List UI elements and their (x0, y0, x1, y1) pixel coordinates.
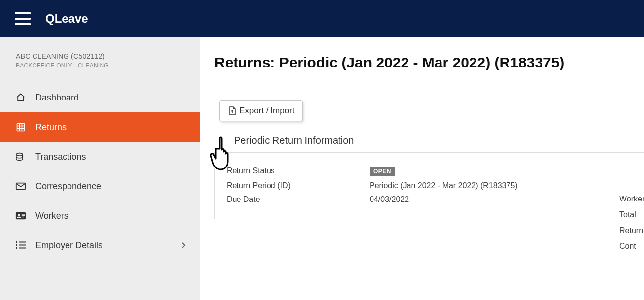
svg-rect-13 (22, 217, 24, 217)
right-label: Return (619, 226, 644, 235)
sidebar-item-label: Transactions (35, 152, 86, 162)
right-column-labels: Workers Total Return Cont (619, 195, 644, 258)
section-header: Periodic Return Information (214, 135, 644, 153)
topbar: QLeave (0, 0, 644, 37)
sidebar-item-label: Returns (35, 122, 67, 133)
id-card-icon (14, 210, 28, 222)
list-icon (14, 239, 28, 251)
return-status-value: OPEN (370, 167, 632, 176)
svg-text:$: $ (22, 154, 24, 158)
sidebar: ABC CLEANING (C502112) BACKOFFICE ONLY -… (0, 37, 200, 300)
sidebar-item-label: Correspondence (35, 181, 101, 192)
grid-icon (14, 121, 28, 133)
main-content: Returns: Periodic (Jan 2022 - Mar 2022) … (200, 37, 644, 300)
svg-rect-14 (16, 241, 17, 243)
brand-title: QLeave (45, 12, 88, 26)
org-block: ABC CLEANING (C502112) BACKOFFICE ONLY -… (0, 52, 200, 83)
org-name: ABC CLEANING (C502112) (16, 52, 184, 60)
sidebar-item-label: Employer Details (35, 240, 102, 251)
svg-rect-15 (19, 242, 26, 243)
return-period-value: Periodic (Jan 2022 - Mar 2022) (R183375) (370, 181, 632, 190)
sidebar-item-dashboard[interactable]: Dashboard (0, 83, 200, 112)
sidebar-item-correspondence[interactable]: Correspondence (0, 171, 200, 201)
svg-rect-10 (17, 217, 21, 218)
sidebar-nav: Dashboard Returns $ Transactions Corresp… (0, 83, 200, 260)
svg-point-5 (16, 153, 23, 156)
menu-icon[interactable] (15, 12, 31, 25)
right-label: Total (619, 210, 644, 219)
sidebar-item-label: Dashboard (35, 93, 79, 103)
section-title: Periodic Return Information (214, 135, 644, 146)
sidebar-item-transactions[interactable]: $ Transactions (0, 142, 200, 171)
due-date-label: Due Date (227, 195, 370, 204)
sidebar-item-workers[interactable]: Workers (0, 201, 200, 231)
svg-rect-19 (19, 248, 26, 249)
right-label: Workers (619, 195, 644, 203)
return-info-card: Return Status OPEN Return Period (ID) Pe… (214, 153, 644, 219)
svg-rect-18 (16, 247, 17, 249)
sidebar-item-employer-details[interactable]: Employer Details (0, 231, 200, 260)
page-title: Returns: Periodic (Jan 2022 - Mar 2022) … (214, 54, 644, 71)
org-subtitle: BACKOFFICE ONLY - CLEANING (16, 62, 184, 69)
svg-rect-16 (16, 244, 17, 246)
chevron-right-icon (181, 242, 186, 249)
status-badge: OPEN (370, 167, 395, 176)
home-icon (14, 92, 28, 103)
svg-rect-17 (19, 245, 26, 246)
svg-rect-0 (17, 124, 25, 131)
mail-icon (14, 180, 28, 192)
return-status-label: Return Status (227, 167, 370, 176)
export-import-label: Export / Import (239, 106, 294, 116)
return-period-label: Return Period (ID) (227, 181, 370, 190)
right-label: Cont (619, 242, 644, 251)
sidebar-item-label: Workers (35, 211, 68, 221)
svg-point-9 (18, 214, 20, 216)
coins-icon: $ (14, 151, 28, 163)
sidebar-item-returns[interactable]: Returns (0, 112, 200, 142)
file-upload-icon (228, 106, 237, 115)
svg-rect-12 (22, 215, 25, 216)
due-date-value: 04/03/2022 (370, 195, 632, 204)
svg-rect-11 (22, 214, 25, 214)
export-import-button[interactable]: Export / Import (219, 100, 303, 121)
